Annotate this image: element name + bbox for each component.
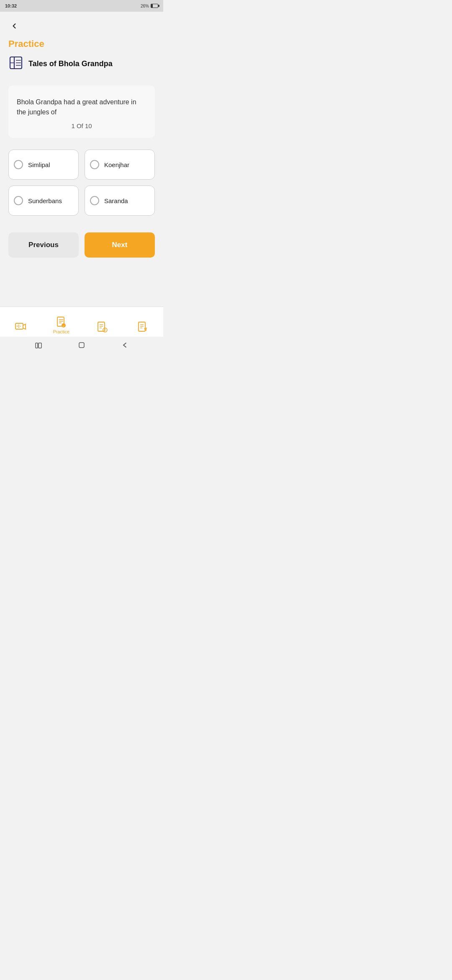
status-bar: 10:32 26% <box>0 0 163 12</box>
book-icon <box>8 55 23 72</box>
previous-button[interactable]: Previous <box>8 232 79 258</box>
svg-rect-16 <box>98 322 105 331</box>
nav-practice-label: Practice <box>53 329 69 334</box>
status-time: 10:32 <box>5 3 17 8</box>
option-a[interactable]: Simlipal <box>8 150 79 180</box>
option-b-label: Koenjhar <box>104 161 129 168</box>
practice-label: Practice <box>8 39 155 49</box>
book-title-row: Tales of Bhola Grandpa <box>8 55 155 72</box>
svg-point-22 <box>105 330 105 331</box>
option-d[interactable]: Saranda <box>85 186 155 216</box>
next-button[interactable]: Next <box>85 232 155 258</box>
nav-item-tests[interactable] <box>82 321 123 334</box>
svg-rect-23 <box>139 322 145 331</box>
option-b-radio <box>90 160 99 169</box>
back-button[interactable] <box>7 18 22 34</box>
option-a-radio <box>14 160 23 169</box>
option-d-radio <box>90 196 99 205</box>
svg-rect-6 <box>15 323 23 329</box>
options-grid: Simlipal Koenjhar Sunderbans Saranda <box>8 150 155 216</box>
svg-rect-29 <box>79 343 84 348</box>
svg-rect-27 <box>36 343 38 348</box>
question-text: Bhola Grandpa had a great adventure in t… <box>17 97 146 117</box>
nav-item-notes[interactable] <box>123 321 164 334</box>
system-nav <box>0 337 163 353</box>
svg-text:✓: ✓ <box>62 325 65 328</box>
status-icons: 26% <box>141 4 158 8</box>
sys-home[interactable] <box>77 341 86 349</box>
option-d-label: Saranda <box>104 197 128 204</box>
battery-icon <box>151 4 158 8</box>
question-card: Bhola Grandpa had a great adventure in t… <box>8 85 155 138</box>
sys-back[interactable] <box>121 341 129 349</box>
bottom-nav: ✓ Practice <box>0 307 163 337</box>
nav-item-videos[interactable] <box>0 321 41 334</box>
option-b[interactable]: Koenjhar <box>85 150 155 180</box>
question-counter: 1 Of 10 <box>17 122 146 129</box>
main-content: Practice Tales of Bhola Grandpa Bhola Gr… <box>0 12 163 307</box>
nav-buttons: Previous Next <box>8 232 155 258</box>
option-c-radio <box>14 196 23 205</box>
book-title: Tales of Bhola Grandpa <box>28 59 113 68</box>
nav-item-practice[interactable]: ✓ Practice <box>41 316 82 334</box>
option-a-label: Simlipal <box>28 161 50 168</box>
option-c-label: Sunderbans <box>28 197 62 204</box>
svg-rect-28 <box>39 343 41 348</box>
status-battery: 26% <box>141 4 149 8</box>
sys-recent[interactable] <box>34 341 43 349</box>
option-c[interactable]: Sunderbans <box>8 186 79 216</box>
